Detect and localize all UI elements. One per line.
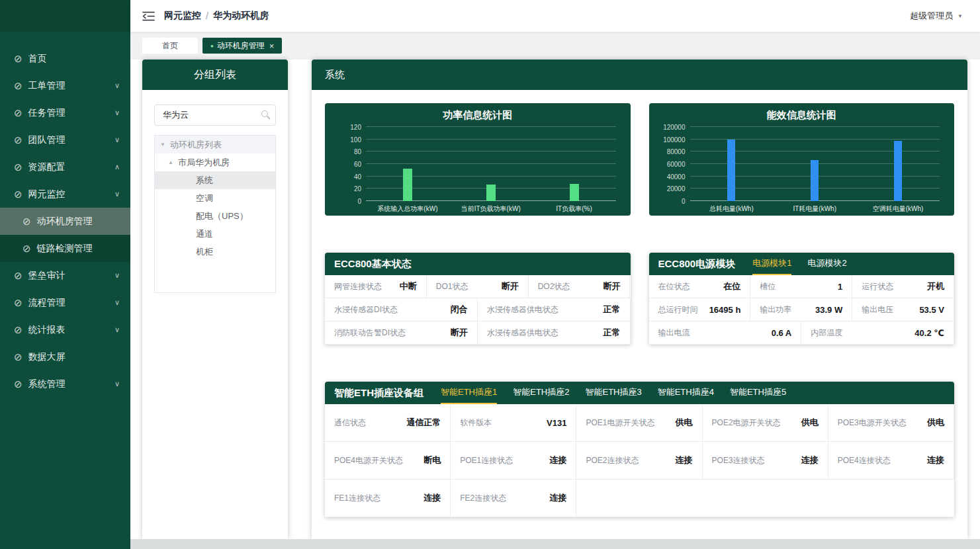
tab-动环机房管理[interactable]: ●动环机房管理× (202, 38, 282, 54)
cell-label: 输出电压 (862, 304, 893, 316)
tab-智能ETH插座4[interactable]: 智能ETH插座4 (658, 382, 714, 404)
breadcrumb-section[interactable]: 网元监控 (164, 10, 201, 22)
cell-value: 开机 (927, 280, 944, 292)
caret-down-icon: ▼ (160, 142, 165, 148)
sidebar-item-统计报表[interactable]: ⊘统计报表∨ (0, 316, 130, 343)
y-tick-label: 0 (357, 198, 361, 205)
table-row: 总运行时间16495 h输出功率33.9 W输出电压53.5 V (649, 298, 955, 321)
tree-node-label: 动环机房列表 (170, 139, 222, 151)
tab-智能ETH插座3[interactable]: 智能ETH插座3 (585, 382, 641, 404)
sidebar-item-label: 工单管理 (28, 80, 114, 92)
chevron-up-icon: ∧ (114, 163, 120, 171)
sidebar-item-label: 网元监控 (28, 189, 114, 200)
panel-title: 智能ETH插座设备组 (334, 387, 423, 400)
bar-IT负载率(%) (570, 184, 579, 201)
tab-首页[interactable]: 首页 (142, 38, 198, 54)
sidebar-item-网元监控[interactable]: ⊘网元监控∨ (0, 181, 130, 208)
sidebar-item-首页[interactable]: ⊘首页 (0, 45, 130, 72)
sidebar-item-label: 动环机房管理 (37, 216, 120, 228)
cell-label: POE1连接状态 (460, 455, 513, 466)
ecc800-power-table: 在位状态在位槽位1运行状态开机总运行时间16495 h输出功率33.9 W输出电… (649, 275, 955, 345)
sidebar-item-资源配置[interactable]: ⊘资源配置∧ (0, 153, 130, 181)
eth-socket-table: 通信状态通信正常软件版本V131POE1电源开关状态供电POE2电源开关状态供电… (325, 404, 954, 517)
sidebar-item-堡垒审计[interactable]: ⊘堡垒审计∨ (0, 262, 130, 289)
cell-label: FE2连接状态 (460, 493, 506, 504)
sidebar-item-任务管理[interactable]: ⊘任务管理∨ (0, 99, 130, 126)
search-icon[interactable] (261, 110, 268, 117)
cell-label: POE3连接状态 (712, 455, 765, 466)
tree-node-配电（UPS）[interactable]: 配电（UPS） (155, 207, 275, 225)
tab-智能ETH插座1[interactable]: 智能ETH插座1 (441, 382, 497, 404)
circle-slash-icon: ⊘ (14, 324, 22, 336)
cell-label: 消防联动告警DI状态 (334, 327, 406, 339)
sidebar-item-链路检测管理[interactable]: ⊘链路检测管理 (0, 235, 130, 262)
bar-空调耗电量(kWh) (894, 141, 902, 201)
caret-up-icon: ▲ (168, 159, 173, 165)
x-category-label: IT耗电量(kWh) (773, 204, 856, 214)
search-box (154, 105, 276, 126)
tab-label: 首页 (162, 40, 178, 52)
status-cell-在位状态: 在位状态在位 (649, 275, 751, 298)
y-tick-label: 20000 (667, 185, 686, 192)
tree-node-系统[interactable]: 系统 (155, 171, 275, 189)
cell-label: 槽位 (760, 281, 776, 292)
gridline: 120000 (690, 126, 940, 127)
cell-value: 53.5 V (919, 305, 944, 315)
tab-label: 动环机房管理 (217, 40, 265, 52)
sidebar-item-数据大屏[interactable]: ⊘数据大屏 (0, 343, 130, 370)
panel-title: ECC800电源模块 (658, 258, 736, 271)
x-category-label: 总耗电量(kWh) (690, 204, 774, 214)
status-cell-通信状态: 通信状态通信正常 (325, 404, 451, 441)
status-cell-消防联动告警DI状态: 消防联动告警DI状态断开 (325, 321, 478, 344)
status-cell-POE1连接状态: POE1连接状态连接 (451, 442, 576, 479)
tab-智能ETH插座5[interactable]: 智能ETH插座5 (730, 382, 786, 404)
chart-title: 能效信息统计图 (658, 109, 946, 122)
tree-node-动环机房列表[interactable]: ▼动环机房列表 (155, 136, 275, 153)
gridline: 120 (366, 126, 616, 127)
sidebar-item-动环机房管理[interactable]: ⊘动环机房管理 (0, 208, 130, 235)
ecc800-power-module-panel: ECC800电源模块 电源模块1电源模块2 在位状态在位槽位1运行状态开机总运行… (649, 253, 955, 345)
chart-x-labels: 总耗电量(kWh)IT耗电量(kWh)空调耗电量(kWh) (690, 204, 940, 214)
y-tick-label: 80000 (667, 148, 686, 155)
system-panel-body: 功率信息统计图 020406080100120 系统输入总功率(kW)当前IT负… (312, 90, 967, 539)
sidebar-item-团队管理[interactable]: ⊘团队管理∨ (0, 126, 130, 153)
sidebar-item-label: 统计报表 (28, 324, 114, 336)
sidebar-item-系统管理[interactable]: ⊘系统管理∨ (0, 370, 130, 398)
tree-node-label: 空调 (196, 192, 213, 204)
app: ⊘首页⊘工单管理∨⊘任务管理∨⊘团队管理∨⊘资源配置∧⊘网元监控∨⊘动环机房管理… (0, 0, 980, 549)
x-category-label: IT负载率(%) (533, 204, 616, 214)
gridline: 60 (366, 163, 616, 164)
tree-node-通道[interactable]: 通道 (155, 225, 275, 243)
search-input[interactable] (154, 105, 276, 126)
tree-node-市局华为机房[interactable]: ▲市局华为机房 (155, 153, 275, 171)
topbar: 网元监控 / 华为动环机房 超级管理员 ▼ (130, 0, 980, 32)
circle-slash-icon: ⊘ (14, 351, 22, 363)
system-panel: 系统 功率信息统计图 020406080100120 系统输入总功率(kW)当前… (312, 60, 967, 539)
bar-IT耗电量(kWh) (811, 160, 819, 201)
status-cell-POE4连接状态: POE4连接状态连接 (828, 442, 954, 479)
sidebar-item-label: 链路检测管理 (37, 243, 120, 255)
tab-电源模块2[interactable]: 电源模块2 (807, 253, 846, 275)
tab-close-icon[interactable]: × (269, 42, 275, 50)
status-cell-POE3连接状态: POE3连接状态连接 (703, 442, 828, 479)
collapse-sidebar-icon[interactable] (142, 11, 155, 21)
y-tick-label: 0 (682, 198, 686, 205)
sidebar-item-工单管理[interactable]: ⊘工单管理∨ (0, 72, 130, 99)
tab-智能ETH插座2[interactable]: 智能ETH插座2 (513, 382, 569, 404)
status-cell-软件版本: 软件版本V131 (451, 404, 576, 441)
sidebar-logo-area (0, 0, 130, 32)
user-menu[interactable]: 超级管理员 ▼ (910, 10, 963, 22)
sidebar-item-流程管理[interactable]: ⊘流程管理∨ (0, 289, 130, 316)
y-tick-label: 40 (354, 173, 361, 180)
tree-node-机柜[interactable]: 机柜 (155, 243, 275, 261)
status-cell-水浸传感器DI状态: 水浸传感器DI状态闭合 (325, 298, 478, 321)
cell-label: 输出电流 (658, 327, 690, 339)
power-module-tabs: 电源模块1电源模块2 (752, 253, 846, 275)
tree-node-空调[interactable]: 空调 (155, 189, 275, 207)
tab-电源模块1[interactable]: 电源模块1 (752, 253, 791, 275)
table-row: 消防联动告警DI状态断开水浸传感器供电状态正常 (325, 321, 631, 345)
table-row: 网管连接状态中断DO1状态断开DO2状态断开 (325, 275, 631, 298)
cell-value: 连接 (676, 454, 693, 466)
chart-title: 功率信息统计图 (334, 109, 621, 122)
cell-label: POE2连接状态 (586, 455, 639, 466)
